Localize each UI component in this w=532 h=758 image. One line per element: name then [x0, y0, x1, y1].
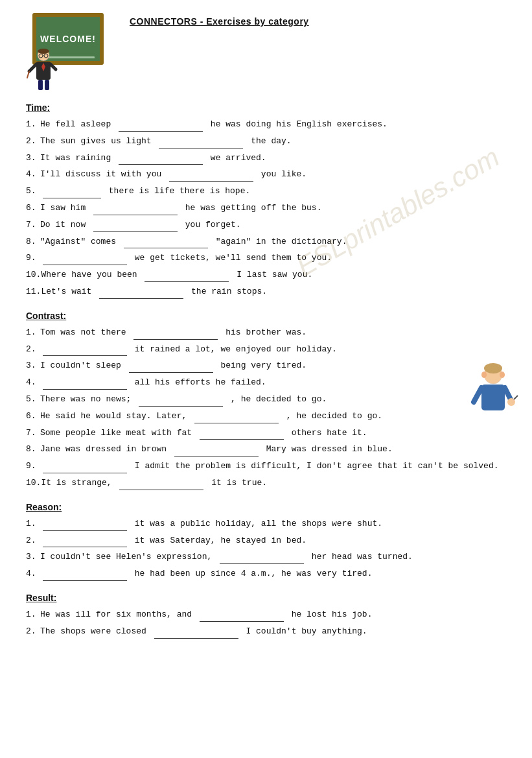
blank [43, 473, 127, 473]
list-item: 8.Jane was dressed in brown Mary was dre… [26, 443, 506, 456]
blank [174, 456, 259, 456]
blank [159, 148, 243, 148]
blank [200, 439, 284, 440]
list-item: 3.I couldn't see Helen's expression, her… [26, 551, 506, 564]
list-item: 9. we get tickets, we'll send them to yo… [26, 252, 506, 265]
result-exercise-list: 1.He was ill for six months, and he lost… [26, 608, 506, 639]
student-figure [467, 363, 519, 428]
blank [93, 215, 178, 215]
svg-rect-11 [45, 80, 49, 90]
header: WELCOME! CONNECTOR [26, 13, 506, 91]
blank [43, 198, 101, 198]
blank [200, 621, 284, 622]
contrast-section-title: Contrast: [26, 311, 506, 321]
list-item: 7.Some people like meat with fat others … [26, 427, 506, 440]
time-section: Time: 1.He fell asleep he was doing his … [26, 102, 506, 299]
list-item: 6.I saw him he was getting off the bus. [26, 202, 506, 215]
contrast-section: Contrast: 1.Tom was not there his brothe… [26, 311, 506, 490]
list-item: 6.He said he would stay. Later, , he dec… [26, 410, 506, 423]
list-item: 5.There was no news; , he decided to go. [26, 393, 506, 407]
list-item: 11.Let's wait the rain stops. [26, 285, 506, 299]
list-item: 10.Where have you been I last saw you. [26, 268, 506, 282]
list-item: 3.It was raining we arrived. [26, 152, 506, 165]
reason-exercise-list: 1. it was a public holiday, all the shop… [26, 517, 506, 581]
blank [139, 406, 223, 407]
blank [43, 389, 127, 390]
blank [93, 231, 178, 232]
blank [169, 181, 253, 182]
svg-point-20 [481, 372, 487, 378]
welcome-image: WELCOME! [26, 13, 117, 91]
list-item: 1.He was ill for six months, and he lost… [26, 608, 506, 622]
svg-line-8 [51, 64, 56, 69]
list-item: 1.Tom was not there his brother was. [26, 326, 506, 340]
svg-rect-14 [481, 385, 505, 410]
blank [133, 339, 218, 340]
blank [43, 355, 127, 356]
list-item: 7.Do it now you forget. [26, 219, 506, 232]
svg-point-13 [484, 363, 502, 373]
blank [43, 530, 127, 531]
reason-section: Reason: 1. it was a public holiday, all … [26, 502, 506, 581]
svg-rect-10 [38, 80, 43, 90]
list-item: 4. he had been up since 4 a.m., he was v… [26, 567, 506, 581]
teacher-figure [26, 49, 62, 91]
blank [124, 248, 208, 248]
blank [154, 638, 238, 639]
list-item: 2.The shops were closed I couldn't buy a… [26, 625, 506, 639]
blank [119, 490, 203, 490]
blank [194, 423, 279, 423]
list-item: 2. it was Saterday, he stayed in bed. [26, 534, 506, 548]
blank [119, 131, 203, 132]
blank [129, 372, 213, 373]
list-item: 2.The sun gives us light the day. [26, 135, 506, 148]
list-item: 8."Against" comes "again" in the diction… [26, 235, 506, 249]
blank [43, 580, 127, 581]
svg-line-15 [474, 388, 481, 402]
svg-line-18 [514, 396, 518, 399]
blank [43, 265, 127, 265]
list-item: 4.I'll discuss it with you you like. [26, 168, 506, 182]
blank [145, 281, 229, 282]
list-item: 10.It is strange, it is true. [26, 477, 506, 490]
contrast-exercise-list: 1.Tom was not there his brother was. 2. … [26, 326, 506, 490]
result-section-title: Result: [26, 593, 506, 603]
list-item: 1. it was a public holiday, all the shop… [26, 517, 506, 531]
svg-line-7 [29, 64, 36, 71]
blank [220, 563, 304, 564]
list-item: 1.He fell asleep he was doing his Englis… [26, 118, 506, 132]
blank [99, 298, 183, 299]
list-item: 3.I couldn't sleep being very tired. [26, 359, 506, 373]
time-exercise-list: 1.He fell asleep he was doing his Englis… [26, 118, 506, 299]
list-item: 9. I admit the problem is difficult, I d… [26, 460, 506, 473]
blank [43, 547, 127, 547]
list-item: 5. there is life there is hope. [26, 185, 506, 198]
list-item: 2. it rained a lot, we enjoyed our holid… [26, 343, 506, 357]
reason-section-title: Reason: [26, 502, 506, 512]
blank [119, 164, 203, 165]
welcome-text: WELCOME! [40, 34, 96, 44]
time-section-title: Time: [26, 102, 506, 113]
svg-point-21 [500, 372, 505, 378]
page-title: CONNECTORS - Exercises by category [130, 13, 309, 27]
list-item: 4. all his efforts he failed. [26, 376, 506, 390]
svg-point-1 [38, 49, 49, 54]
result-section: Result: 1.He was ill for six months, and… [26, 593, 506, 639]
